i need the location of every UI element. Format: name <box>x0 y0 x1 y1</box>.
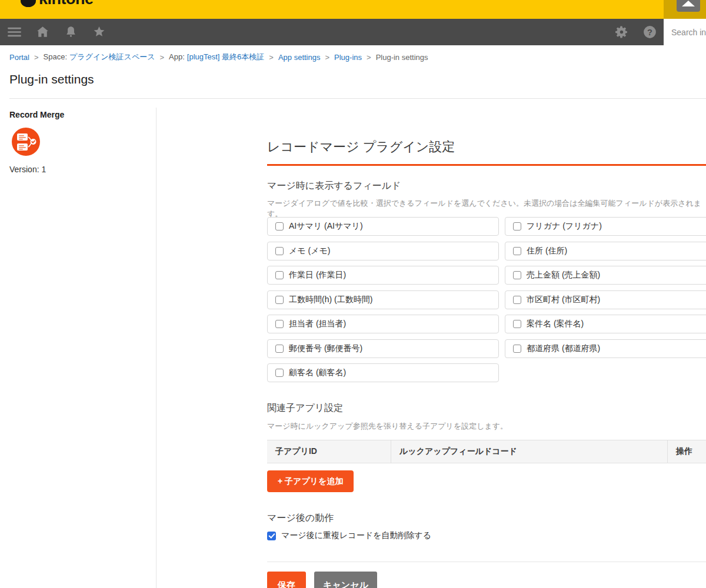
field-label: メモ (メモ) <box>289 246 331 256</box>
page-title: Plug-in settings <box>9 72 94 86</box>
breadcrumb-space: Space:プラグイン検証スペース <box>44 52 155 62</box>
settings-gear-icon[interactable] <box>614 25 629 39</box>
table-header-child-app-id: 子アプリID <box>267 440 391 463</box>
breadcrumb-separator: > <box>34 53 39 62</box>
field-option-row[interactable]: メモ (メモ) <box>267 242 499 260</box>
child-app-section-heading: 関連子アプリ設定 <box>267 402 343 415</box>
search-input[interactable] <box>664 19 706 45</box>
field-label: 工数時間(h) (工数時間) <box>289 295 372 305</box>
kintone-bird-logo-icon <box>21 0 36 7</box>
fields-column-right: フリガナ (フリガナ) 住所 (住所) 売上金額 (売上金額) 市区町村 (市区… <box>505 217 706 358</box>
global-navigation-bar: ? <box>0 19 706 45</box>
field-option-row[interactable]: 案件名 (案件名) <box>505 315 706 333</box>
field-option-row[interactable]: AIサマリ (AIサマリ) <box>267 217 499 236</box>
field-label: 売上金額 (売上金額) <box>527 270 600 280</box>
breadcrumb-separator: > <box>269 53 274 62</box>
field-checkbox[interactable] <box>275 271 284 279</box>
field-label: 顧客名 (顧客名) <box>289 368 346 378</box>
field-option-row[interactable]: 市区町村 (市区町村) <box>505 290 706 309</box>
field-checkbox[interactable] <box>275 247 284 255</box>
field-option-row[interactable]: 作業日 (作業日) <box>267 266 499 285</box>
field-label: AIサマリ (AIサマリ) <box>289 221 363 232</box>
breadcrumb-app: App:[plugTest] 最終6本検証 <box>169 52 264 62</box>
notifications-bell-icon[interactable] <box>64 25 78 39</box>
field-checkbox[interactable] <box>275 222 284 230</box>
field-label: フリガナ (フリガナ) <box>527 221 602 232</box>
kintone-logo[interactable]: kintone <box>39 0 94 8</box>
breadcrumb-separator: > <box>159 53 164 62</box>
field-option-row[interactable]: 郵便番号 (郵便番号) <box>267 339 499 358</box>
breadcrumb: Portal > Space:プラグイン検証スペース > App:[plugTe… <box>9 52 428 62</box>
field-option-row[interactable]: 都道府県 (都道府県) <box>505 339 706 358</box>
table-header-lookup-field-code: ルックアップフィールドコード <box>391 440 668 463</box>
field-option-row[interactable]: 工数時間(h) (工数時間) <box>267 290 499 309</box>
field-label: 担当者 (担当者) <box>289 319 346 329</box>
field-checkbox[interactable] <box>513 271 521 279</box>
field-label: 住所 (住所) <box>527 246 567 256</box>
title-divider <box>9 98 706 99</box>
field-checkbox[interactable] <box>513 296 521 304</box>
field-label: 都道府県 (都道府県) <box>527 343 600 354</box>
user-avatar[interactable] <box>677 0 700 12</box>
field-checkbox[interactable] <box>513 222 521 230</box>
field-checkbox[interactable] <box>275 369 284 377</box>
breadcrumb-separator: > <box>367 53 371 62</box>
field-option-row[interactable]: 顧客名 (顧客名) <box>267 363 499 382</box>
account-area <box>664 0 706 19</box>
field-option-row[interactable]: 担当者 (担当者) <box>267 315 499 333</box>
breadcrumb-app-prefix: App: <box>169 52 185 61</box>
hamburger-menu-icon[interactable] <box>7 25 22 39</box>
breadcrumb-separator: > <box>325 53 329 62</box>
top-header-bar: kintone <box>0 0 706 19</box>
user-avatar-icon <box>682 1 695 6</box>
breadcrumb-space-link[interactable]: プラグイン検証スペース <box>69 52 155 61</box>
post-merge-option-row[interactable]: マージ後に重複レコードを自動削除する <box>267 530 431 541</box>
field-option-row[interactable]: フリガナ (フリガナ) <box>505 217 706 236</box>
title-orange-rule <box>267 164 706 166</box>
fields-section-heading: マージ時に表示するフィールド <box>267 180 401 192</box>
cancel-button[interactable]: キャンセル <box>314 572 377 588</box>
breadcrumb-portal[interactable]: Portal <box>9 53 29 62</box>
plugin-version: Version: 1 <box>9 165 46 174</box>
child-app-section-description: マージ時にルックアップ参照先を張り替える子アプリを設定します。 <box>267 421 508 432</box>
field-label: 作業日 (作業日) <box>289 270 346 280</box>
field-label: 案件名 (案件名) <box>527 319 584 329</box>
plugin-name-heading: Record Merge <box>9 110 64 119</box>
field-label: 郵便番号 (郵便番号) <box>289 343 362 354</box>
svg-text:?: ? <box>647 28 652 37</box>
record-merge-plugin-icon <box>12 128 40 156</box>
field-checkbox[interactable] <box>513 320 521 328</box>
help-icon[interactable]: ? <box>642 25 657 39</box>
field-checkbox[interactable] <box>513 247 521 255</box>
breadcrumb-app-settings[interactable]: App settings <box>278 53 321 62</box>
breadcrumb-app-link[interactable]: [plugTest] 最終6本検証 <box>187 52 265 61</box>
home-icon[interactable] <box>35 25 50 39</box>
field-checkbox[interactable] <box>513 345 521 353</box>
table-header-operation: 操作 <box>668 440 706 463</box>
post-merge-checkbox-label: マージ後に重複レコードを自動削除する <box>281 530 431 541</box>
field-checkbox[interactable] <box>275 345 284 353</box>
child-app-table: 子アプリID ルックアップフィールドコード 操作 <box>267 440 706 463</box>
breadcrumb-space-prefix: Space: <box>44 52 67 61</box>
field-option-row[interactable]: 住所 (住所) <box>505 242 706 260</box>
fields-section-description: マージダイアログで値を比較・選択できるフィールドを選んでください。未選択の場合は… <box>267 198 706 219</box>
actions-divider <box>267 562 706 562</box>
fields-column-left: AIサマリ (AIサマリ) メモ (メモ) 作業日 (作業日) 工数時間(h) … <box>267 217 499 382</box>
post-merge-section-heading: マージ後の動作 <box>267 512 334 524</box>
field-option-row[interactable]: 売上金額 (売上金額) <box>505 266 706 285</box>
kintone-plugin-settings-screen: kintone ? Portal > Space:プラグイ <box>0 0 706 588</box>
field-checkbox[interactable] <box>275 320 284 328</box>
favorites-star-icon[interactable] <box>92 25 106 39</box>
add-child-app-button[interactable]: + 子アプリを追加 <box>267 470 354 492</box>
post-merge-checkbox[interactable] <box>267 532 276 540</box>
breadcrumb-current: Plug-in settings <box>376 53 428 62</box>
breadcrumb-plugins[interactable]: Plug-ins <box>334 53 362 62</box>
save-button[interactable]: 保存 <box>267 572 306 588</box>
field-checkbox[interactable] <box>275 296 284 304</box>
sidebar-divider <box>156 108 156 588</box>
plugin-settings-title: レコードマージ プラグイン設定 <box>267 138 455 156</box>
field-label: 市区町村 (市区町村) <box>527 295 600 305</box>
